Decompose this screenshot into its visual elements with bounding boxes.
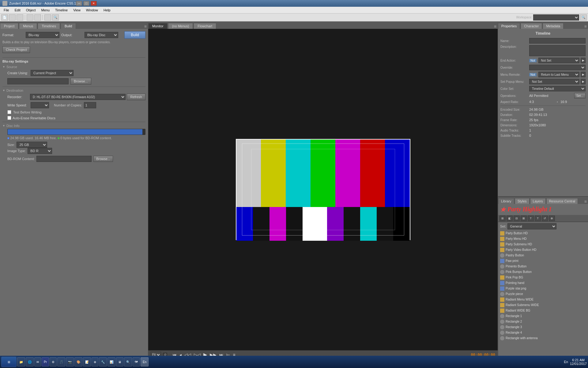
lib-item-1[interactable]: Party Menu HD [498,236,588,242]
source-section-header[interactable]: ▼ Source [2,65,145,69]
toolbar-text[interactable]: T [27,14,33,21]
taskbar-encore[interactable]: En [141,357,149,366]
desc-prop-textarea[interactable] [529,45,586,56]
tab-library[interactable]: Library [498,198,514,204]
workspace-select[interactable] [533,14,579,21]
tab-metadata[interactable]: Metadata [543,23,564,29]
lib-item-19[interactable]: Rectangle with antenna [498,335,588,341]
tab-monitor[interactable]: Monitor [148,23,168,29]
close-button[interactable]: ✕ [91,1,97,6]
menu-help[interactable]: Help [101,8,113,13]
monitor-panel-close[interactable]: ≡ [494,24,496,29]
auto-erase-checkbox[interactable] [7,116,11,120]
lib-icon-btn-5[interactable]: T [528,216,534,221]
taskbar-app7[interactable]: ⊕ [92,357,98,366]
tab-styles[interactable]: Styles [515,198,530,204]
lib-item-11[interactable]: Puzzle piece [498,291,588,297]
taskbar-app6[interactable]: 📝 [83,357,91,366]
write-speed-select[interactable] [31,102,49,108]
lib-item-15[interactable]: Rectangle 1 [498,313,588,319]
lib-icon-btn-7[interactable]: ↺ [542,216,548,221]
lib-item-13[interactable]: Radiant Submenu WIDE [498,302,588,308]
format-select[interactable]: Blu-ray [26,32,59,38]
name-prop-input[interactable]: Sequence 01/zUNDERT 2016 IMAGES.prproj [529,38,586,44]
lib-item-18[interactable]: Rectangle 4 [498,330,588,335]
lib-item-9[interactable]: Pointing hand [498,280,588,286]
search-btn[interactable]: 🔍 [580,14,587,21]
taskbar-browser[interactable]: 🌐 [26,357,34,366]
tab-timelines[interactable]: Timelines [38,23,60,29]
toolbar-move[interactable]: ↕ [44,14,51,21]
menu-timeline[interactable]: Timeline [53,8,70,13]
menu-remote-arrow[interactable]: ▶ [581,72,586,77]
size-select[interactable]: 25 GB [17,142,47,148]
toolbar-text2[interactable]: T [34,14,41,21]
toolbar-new[interactable]: 📄 [1,14,8,21]
lib-icon-btn-6[interactable]: T [535,216,541,221]
create-using-select[interactable]: Current Project [31,70,74,76]
lib-icon-btn-3[interactable]: ⊟ [514,216,520,221]
lib-item-14[interactable]: Radiant WIDE BG [498,308,588,313]
taskbar-premiere[interactable]: Pr [42,357,49,366]
tab-flowchart[interactable]: Flowchart [194,23,216,29]
lib-icon-btn-4[interactable]: ⊠ [521,216,527,221]
lib-icon-btn-1[interactable]: ⊞ [499,216,506,221]
lib-item-12[interactable]: Radiant Menu WIDE [498,297,588,302]
tab-build[interactable]: Build [61,23,76,29]
image-type-select[interactable]: BD R [28,148,52,154]
taskbar-explorer[interactable]: 📁 [17,357,25,366]
lib-item-7[interactable]: Pink Bumps Button [498,269,588,275]
override-select[interactable] [529,65,586,70]
tab-layers[interactable]: Layers [530,198,546,204]
taskbar-app9[interactable]: 📊 [107,357,115,366]
toolbar-forward[interactable]: ↪ [17,14,23,21]
taskbar-app12[interactable]: 🗺 [133,357,140,366]
destination-section-header[interactable]: ▼ Destination [2,89,145,92]
copies-input[interactable] [84,102,96,108]
lib-item-16[interactable]: Rectangle 2 [498,319,588,324]
taskbar-app3[interactable]: 🎵 [57,357,65,366]
lib-item-6[interactable]: Pimento Button [498,264,588,269]
taskbar-app10[interactable]: 🖥 [116,357,123,366]
lib-item-5[interactable]: Paw print [498,258,588,264]
lib-item-17[interactable]: Rectangle 3 [498,324,588,330]
tab-project[interactable]: Project [0,23,18,29]
tab-menus[interactable]: Menus [19,23,37,29]
lib-item-0[interactable]: Party Button HD [498,231,588,236]
set-select[interactable]: General [507,223,556,229]
tab-character[interactable]: Character [521,23,542,29]
menu-remote-select[interactable]: Return to Last Menu [538,72,579,77]
taskbar-mail[interactable]: ✉ [34,357,41,366]
taskbar-app11[interactable]: 🔍 [124,357,132,366]
build-button[interactable]: Build [124,31,145,39]
lib-item-4[interactable]: Pastry Button [498,253,588,258]
end-action-arrow[interactable]: ▶ [581,58,586,63]
toolbar-back[interactable]: ↩ [9,14,16,21]
right-panel-close[interactable]: ≡ [584,24,587,29]
bdrom-input[interactable] [36,156,92,162]
set-operations-btn[interactable]: Set... [574,93,586,98]
menu-file[interactable]: File [1,8,12,13]
menu-window[interactable]: Window [84,8,100,13]
source-path-input[interactable] [7,78,69,84]
output-select[interactable]: Blu-ray Disc [85,32,118,38]
lib-item-3[interactable]: Party Video Button HD [498,247,588,253]
start-button[interactable]: ⊞ [1,357,17,367]
popup-menu-select[interactable]: Not Set [529,79,579,84]
end-action-select[interactable]: Not Set [538,58,579,63]
lib-icon-btn-2[interactable]: ◧ [507,216,513,221]
tab-properties[interactable]: Properties [498,23,520,29]
recorder-select[interactable]: D: HL-DT-ST BD-RE BH30N (Firmware A102) [30,94,126,100]
lib-panel-close[interactable]: ≡ [584,199,587,204]
color-set-select[interactable]: Timeline Default [529,86,586,91]
tab-no-menus[interactable]: (no Menus) [168,23,193,29]
menu-menu[interactable]: Menu [39,8,52,13]
disc-section-header[interactable]: ▼ Disc Info [2,124,145,128]
menu-edit[interactable]: Edit [12,8,23,13]
popup-menu-arrow[interactable]: ▶ [581,79,586,84]
taskbar-app8[interactable]: 🔧 [99,357,107,366]
menu-view[interactable]: View [71,8,83,13]
taskbar-app4[interactable]: 📷 [66,357,74,366]
refresh-button[interactable]: Refresh [127,94,145,100]
check-project-button[interactable]: Check Project [2,46,30,53]
